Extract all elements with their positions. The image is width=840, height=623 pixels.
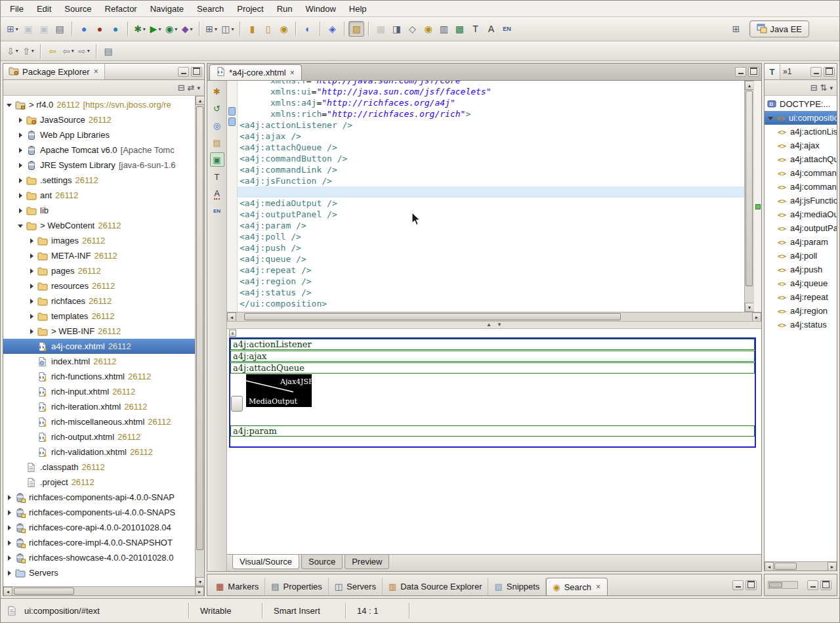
outline-row-a4j-repeat[interactable]: <>a4j:repeat xyxy=(765,290,837,304)
close-icon[interactable]: × xyxy=(595,582,601,591)
visual-param-row[interactable]: a4j:param xyxy=(230,425,755,437)
tree-row-jre-system-library[interactable]: JRE System Library[java-6-sun-1.6 xyxy=(3,158,195,173)
seam-button[interactable]: ● xyxy=(108,21,123,37)
maximize-button[interactable] xyxy=(824,67,835,77)
minibar-scrollbar[interactable] xyxy=(768,581,798,589)
expander-closed-icon[interactable] xyxy=(28,297,36,305)
scroll-right-arrow[interactable]: ▸ xyxy=(828,562,837,571)
web-browser-button[interactable]: ● xyxy=(76,21,92,37)
view-tab-servers[interactable]: ◫Servers xyxy=(329,578,383,595)
horizontal-scrollbar[interactable]: ◂ ▸ xyxy=(765,561,837,570)
media-output-image[interactable]: Ajax4JSF MediaOutput xyxy=(246,374,312,407)
expander-open-icon[interactable] xyxy=(767,114,775,122)
db-table-button[interactable]: ▩ xyxy=(452,21,467,37)
code-line[interactable]: <a4j:actionListener /> xyxy=(238,119,744,131)
visual-tag-row-a4j-attachqueue[interactable]: a4j:attachQueue xyxy=(230,362,755,374)
outline-row-a4j-actionlistener[interactable]: <>a4j:actionListener xyxy=(765,125,837,139)
prev-annotation-button[interactable]: ⇧▾ xyxy=(20,43,36,59)
search-flashlight-button[interactable]: ◉ xyxy=(420,21,436,37)
code-area[interactable]: xmlns:f="http://java.sun.com/jsf/core" x… xyxy=(238,81,744,312)
minimize-button[interactable] xyxy=(732,580,744,590)
jar-import-button[interactable]: ▮ xyxy=(244,21,260,37)
code-line[interactable]: <a4j:mediaOutput /> xyxy=(238,198,744,209)
tree-row-javasource[interactable]: JavaSource26112 xyxy=(3,112,195,127)
tree-row-rf4-0[interactable]: > rf4.026112[https://svn.jboss.org/re xyxy=(3,97,195,112)
tree-row-rich-output-xhtml[interactable]: rich-output.xhtml26112 xyxy=(3,429,195,444)
editor-horizontal-scrollbar[interactable]: ◂ ▸ xyxy=(227,312,761,321)
code-line[interactable]: <a4j:param /> xyxy=(238,220,744,231)
jboss-central-button[interactable]: ● xyxy=(92,21,108,37)
tree-row-ant[interactable]: ant26112 xyxy=(3,188,195,203)
expander-closed-icon[interactable] xyxy=(28,237,36,245)
expander-closed-icon[interactable] xyxy=(17,161,25,169)
editor-vertical-scrollbar[interactable]: ▴ ▾ xyxy=(744,81,753,312)
view-menu-arrow[interactable]: ▾ xyxy=(830,85,833,91)
tree-row-templates[interactable]: templates26112 xyxy=(3,309,195,324)
sash-down-grip[interactable]: ▼ xyxy=(497,322,502,328)
menu-source[interactable]: Source xyxy=(58,2,98,16)
maximize-button[interactable] xyxy=(191,67,202,77)
menu-navigate[interactable]: Navigate xyxy=(144,2,190,16)
scrollbar-thumb[interactable] xyxy=(774,563,797,570)
java-ee-perspective-button[interactable]: Java EE xyxy=(749,20,809,37)
scroll-up-arrow[interactable]: ▴ xyxy=(745,81,754,90)
code-line[interactable] xyxy=(238,186,744,198)
tree-row-richfaces-components-ui-4-0-0-snaps[interactable]: richfaces-components-ui-4.0.0-SNAPS xyxy=(3,505,195,520)
scrollbar-thumb[interactable] xyxy=(196,106,203,550)
vpe-text-format-icon[interactable]: T xyxy=(210,169,224,184)
code-line[interactable]: <a4j:poll /> xyxy=(238,231,744,242)
outline-row-a4j-mediaoutput[interactable]: <>a4j:mediaOutput xyxy=(765,207,837,221)
tree-row-rich-validation-xhtml[interactable]: rich-validation.xhtml26112 xyxy=(3,444,195,460)
view-tab-data-source-explorer[interactable]: ▥Data Source Explorer xyxy=(383,578,489,595)
view-tab-markers[interactable]: ▦Markers xyxy=(210,578,265,595)
menu-edit[interactable]: Edit xyxy=(30,2,58,16)
scroll-right-arrow[interactable]: ▸ xyxy=(195,587,204,596)
text-format-button[interactable]: T xyxy=(467,21,483,37)
vpe-preferences-icon[interactable]: ✱ xyxy=(210,84,224,98)
outline-row-a4j-param[interactable]: <>a4j:param xyxy=(765,235,837,249)
scroll-left-arrow[interactable]: ◂ xyxy=(3,587,12,596)
scrollbar-thumb[interactable] xyxy=(746,91,753,286)
source-editor[interactable]: xmlns:f="http://java.sun.com/jsf/core" x… xyxy=(227,81,761,312)
outline-row-a4j-ajax[interactable]: <>a4j:ajax xyxy=(765,139,837,152)
vertical-scrollbar[interactable]: ▴ ▾ xyxy=(195,96,204,586)
tree-row-settings[interactable]: .settings26112 xyxy=(3,173,195,188)
sash-up-grip[interactable]: ▲ xyxy=(486,322,492,328)
scroll-down-arrow[interactable]: ▾ xyxy=(745,303,754,312)
scroll-right-arrow[interactable]: ▸ xyxy=(752,312,761,322)
outline-row-ui-composition[interactable]: <>ui:composition xyxy=(765,111,837,125)
code-line[interactable]: <a4j:region /> xyxy=(238,276,744,287)
expander-closed-icon[interactable] xyxy=(6,524,14,532)
tree-row-richfaces-components-api-4-0-0-snap[interactable]: richfaces-components-api-4.0.0-SNAP xyxy=(3,490,195,505)
code-line[interactable]: <a4j:ajax /> xyxy=(238,131,744,142)
tree-row-richfaces[interactable]: richfaces26112 xyxy=(3,293,195,309)
horizontal-scrollbar[interactable]: ◂ ▸ xyxy=(3,586,204,595)
expander-closed-icon[interactable] xyxy=(6,494,14,502)
outline-row-a4j-push[interactable]: <>a4j:push xyxy=(765,263,837,276)
code-line[interactable]: xmlns:a4j="http://richfaces.org/a4j" xyxy=(238,97,744,108)
visual-page-editor-toggle[interactable]: ▨ xyxy=(348,21,364,37)
visual-tag-row-a4j-actionlistener[interactable]: a4j:actionListener xyxy=(230,339,755,350)
tree-row-rich-miscellaneous-xhtml[interactable]: rich-miscellaneous.xhtml26112 xyxy=(3,414,195,429)
scroll-down-arrow[interactable]: ▾ xyxy=(196,577,205,586)
vpe-zoom-icon[interactable]: ◎ xyxy=(210,118,224,133)
scrollbar-thumb[interactable] xyxy=(244,313,621,320)
menu-help[interactable]: Help xyxy=(343,2,373,16)
profile-button[interactable]: ◆▾ xyxy=(179,21,195,37)
war-export-button[interactable]: ▯ xyxy=(260,21,276,37)
outline-row-a4j-outputpanel[interactable]: <>a4j:outputPanel xyxy=(765,221,837,235)
split-sash[interactable]: ▲ ▼ xyxy=(227,321,761,329)
menu-window[interactable]: Window xyxy=(299,2,343,16)
tree-row-richfaces-core-impl-4-0-0-snapshot[interactable]: richfaces-core-impl-4.0.0-SNAPSHOT xyxy=(3,535,195,550)
annotation-ruler[interactable] xyxy=(227,81,238,312)
minimize-button[interactable] xyxy=(735,67,746,77)
deploy-search-button[interactable]: ◉ xyxy=(276,21,291,37)
spelling-button[interactable]: A xyxy=(483,21,499,37)
expander-closed-icon[interactable] xyxy=(17,131,25,139)
menu-project[interactable]: Project xyxy=(230,2,270,16)
scroll-left-arrow[interactable]: ◂ xyxy=(227,312,236,322)
package-explorer-tab[interactable]: Package Explorer × xyxy=(3,64,105,79)
tree-row-rich-functions-xhtml[interactable]: rich-functions.xhtml26112 xyxy=(3,369,195,384)
minimize-button[interactable] xyxy=(807,580,818,590)
code-line[interactable]: <a4j:queue /> xyxy=(238,253,744,265)
